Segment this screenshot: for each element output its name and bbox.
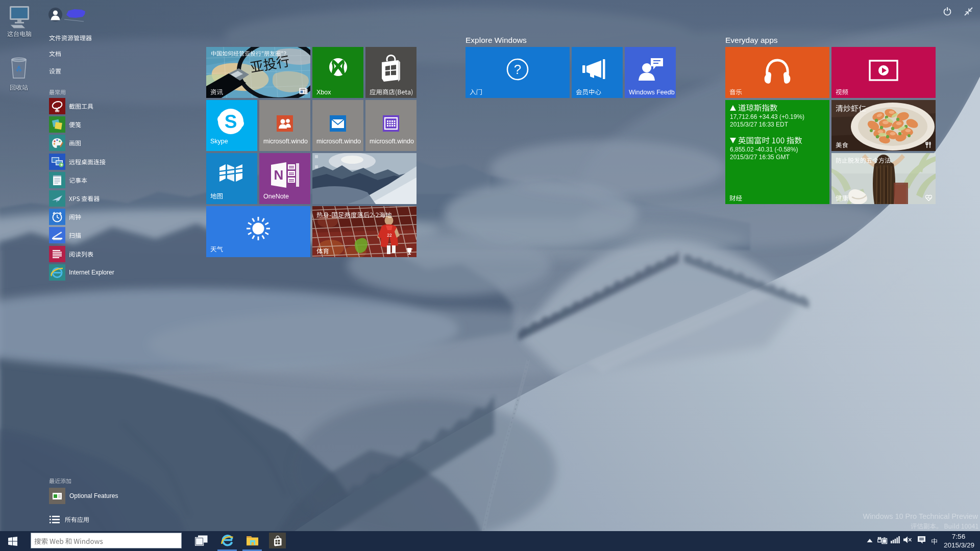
svg-text:Skype: Skype bbox=[210, 138, 228, 145]
svg-text:2015/3/27 16:35 GMT: 2015/3/27 16:35 GMT bbox=[730, 154, 790, 161]
svg-text:7:56: 7:56 bbox=[952, 533, 965, 540]
svg-text:Windows 10 Pro Technical Previ: Windows 10 Pro Technical Preview bbox=[863, 512, 978, 520]
svg-text:Everyday apps: Everyday apps bbox=[725, 36, 778, 44]
svg-text:N: N bbox=[274, 167, 284, 183]
svg-text:microsoft.windo: microsoft.windo bbox=[316, 138, 361, 145]
svg-text:?: ? bbox=[514, 62, 521, 77]
svg-text:microsoft.windo: microsoft.windo bbox=[370, 138, 414, 145]
svg-text:Xbox: Xbox bbox=[316, 89, 331, 96]
svg-text:17,712.66 +34.43 (+0.19%): 17,712.66 +34.43 (+0.19%) bbox=[730, 113, 804, 120]
svg-text:Windows Feedb: Windows Feedb bbox=[629, 89, 675, 96]
svg-text:22: 22 bbox=[387, 233, 392, 238]
svg-text:S: S bbox=[225, 111, 237, 132]
svg-text:OneNote: OneNote bbox=[263, 193, 289, 200]
svg-text:6,855.02 -40.31 (-0.58%): 6,855.02 -40.31 (-0.58%) bbox=[730, 146, 798, 153]
svg-text:2015/3/29: 2015/3/29 bbox=[943, 541, 974, 549]
svg-text:Explore Windows: Explore Windows bbox=[465, 36, 527, 44]
svg-text:Internet Explorer: Internet Explorer bbox=[69, 269, 114, 276]
svg-text:2015/3/27 16:33 EDT: 2015/3/27 16:33 EDT bbox=[730, 121, 789, 128]
svg-text:microsoft.windo: microsoft.windo bbox=[263, 138, 308, 145]
svg-text:Optional Features: Optional Features bbox=[69, 492, 118, 499]
